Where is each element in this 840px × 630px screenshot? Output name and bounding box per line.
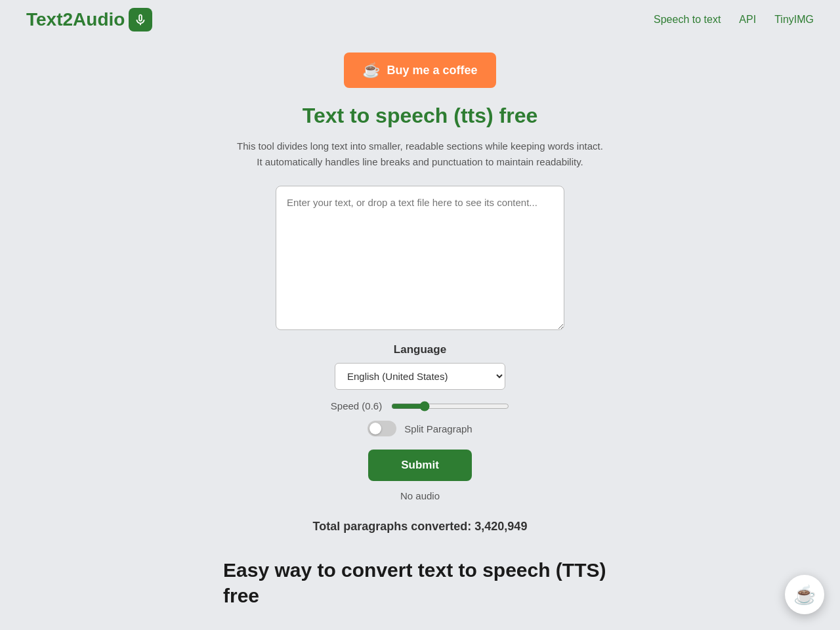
floating-bmc-emoji: ☕ xyxy=(793,584,816,606)
language-select[interactable]: English (United States) English (UK) Spa… xyxy=(335,363,505,390)
logo-link[interactable]: Text2Audio xyxy=(26,8,152,32)
split-paragraph-label: Split Paragraph xyxy=(404,423,472,434)
logo-text: Text2Audio xyxy=(26,9,125,30)
nav-tinyimg[interactable]: TinyIMG xyxy=(774,14,814,26)
nav-links: Speech to text API TinyIMG xyxy=(654,14,814,26)
text-input[interactable] xyxy=(276,186,564,330)
microphone-icon xyxy=(129,8,152,32)
nav-speech-to-text[interactable]: Speech to text xyxy=(654,14,721,26)
total-count: Total paragraphs converted: 3,420,949 xyxy=(313,520,528,534)
floating-bmc-button[interactable]: ☕ xyxy=(785,575,824,614)
speed-slider[interactable] xyxy=(391,401,509,411)
language-label: Language xyxy=(394,343,446,356)
toggle-track xyxy=(368,421,396,436)
page-title: Text to speech (tts) free xyxy=(303,104,538,128)
page-description: This tool divides long text into smaller… xyxy=(236,138,604,170)
speed-row: Speed (0.6) xyxy=(331,400,509,411)
submit-button[interactable]: Submit xyxy=(368,450,472,481)
toggle-thumb xyxy=(369,423,381,434)
nav-api[interactable]: API xyxy=(739,14,756,26)
navbar: Text2Audio Speech to text API TinyIMG xyxy=(0,0,840,39)
no-audio-status: No audio xyxy=(400,490,440,501)
bottom-heading: Easy way to convert text to speech (TTS)… xyxy=(223,557,617,608)
bmc-label: Buy me a coffee xyxy=(387,64,477,77)
speed-label: Speed (0.6) xyxy=(331,400,382,411)
split-paragraph-row: Split Paragraph xyxy=(368,421,472,436)
coffee-emoji: ☕ xyxy=(362,62,380,79)
split-paragraph-toggle[interactable] xyxy=(368,421,396,436)
main-content: ☕ Buy me a coffee Text to speech (tts) f… xyxy=(0,39,840,630)
buy-me-coffee-button[interactable]: ☕ Buy me a coffee xyxy=(344,52,495,88)
